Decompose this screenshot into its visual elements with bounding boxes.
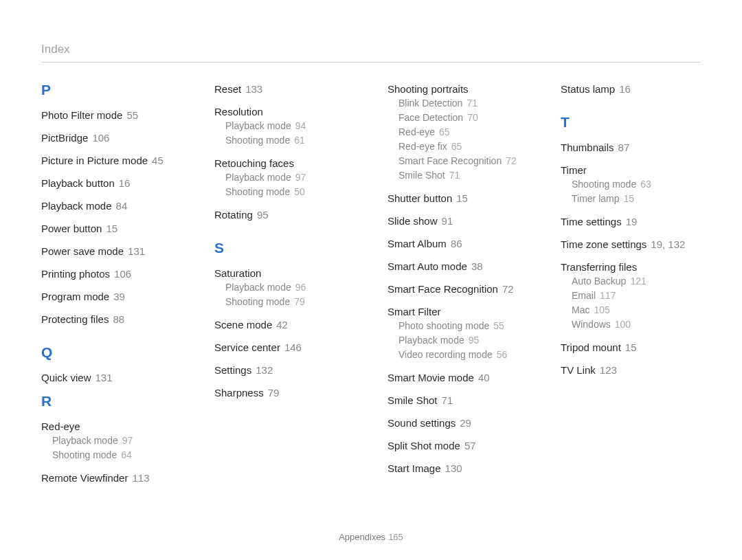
index-sub-entry[interactable]: Mac105	[572, 303, 701, 317]
index-entry[interactable]: Service center146	[214, 340, 355, 355]
sub-label: Shooting mode	[225, 296, 290, 307]
entry-page: 39	[113, 291, 125, 302]
index-sub-entry[interactable]: Face Detection70	[398, 111, 528, 125]
index-entry[interactable]: ResolutionPlayback mode94Shooting mode61	[214, 104, 355, 148]
index-entry[interactable]: Settings132	[214, 363, 355, 377]
index-sub-entry[interactable]: Red-eye65	[398, 125, 528, 139]
index-entry[interactable]: Slide show91	[387, 214, 528, 228]
index-sub-entry[interactable]: Email117	[572, 289, 701, 303]
index-sub-entry[interactable]: Shooting mode64	[52, 448, 181, 462]
index-sub-entry[interactable]: Timer lamp15	[572, 192, 701, 206]
index-entry[interactable]: Playback mode84	[41, 199, 181, 213]
index-entry[interactable]: Smart FilterPhoto shooting mode55Playbac…	[387, 304, 528, 362]
index-sub-entry[interactable]: Smart Face Recognition72	[398, 154, 528, 168]
entry-label: Timer	[561, 164, 587, 176]
entry-page: 57	[464, 440, 476, 451]
sub-label: Email	[572, 290, 596, 301]
index-sub-entry[interactable]: Playback mode94	[225, 119, 355, 133]
entry-page: 131	[95, 372, 113, 383]
sub-label: Shooting mode	[225, 186, 290, 197]
entry-label: Red-eye	[41, 421, 80, 432]
sub-page: 70	[467, 112, 478, 123]
index-entry[interactable]: Smart Album86	[387, 236, 528, 251]
index-entry[interactable]: Retouching facesPlayback mode97Shooting …	[214, 156, 355, 199]
index-entry[interactable]: Reset133	[214, 82, 355, 96]
index-entry[interactable]: Photo Filter mode55	[41, 108, 181, 122]
page-header: Index	[41, 43, 701, 63]
index-entry[interactable]: Status lamp16	[561, 82, 701, 96]
index-entry[interactable]: Time settings19	[561, 214, 701, 229]
index-entry[interactable]: SaturationPlayback mode96Shooting mode79	[214, 266, 355, 309]
index-sub-entry[interactable]: Shooting mode61	[225, 133, 355, 148]
index-entry[interactable]: Scene mode42	[214, 317, 355, 332]
entry-label: Power button	[41, 223, 102, 234]
entry-label: Split Shot mode	[387, 440, 460, 451]
index-entry[interactable]: TV Link123	[561, 363, 701, 377]
index-sub-entry[interactable]: Auto Backup121	[572, 274, 701, 289]
index-entry[interactable]: Time zone settings19, 132	[561, 237, 701, 251]
section-letter: S	[214, 240, 355, 256]
entry-label: Time settings	[561, 216, 622, 227]
entry-label: Playback button	[41, 177, 115, 189]
index-entry[interactable]: Split Shot mode57	[387, 438, 528, 453]
index-entry[interactable]: Remote Viewfinder113	[41, 471, 181, 485]
sub-page: 96	[295, 282, 306, 293]
entry-label: Smart Movie mode	[387, 372, 474, 383]
index-entry[interactable]: Transferring filesAuto Backup121Email117…	[561, 260, 701, 332]
sub-label: Smart Face Recognition	[398, 155, 502, 166]
index-entry[interactable]: PictBridge106	[41, 131, 181, 145]
entry-page: 86	[451, 238, 462, 249]
index-entry[interactable]: Smart Auto mode38	[387, 259, 528, 273]
entry-page: 131	[128, 245, 145, 257]
sub-label: Playback mode	[398, 335, 464, 346]
entry-label: Saturation	[214, 267, 261, 279]
entry-page: 106	[92, 132, 109, 144]
index-entry[interactable]: Power button15	[41, 221, 181, 236]
index-sub-entry[interactable]: Shooting mode63	[572, 177, 701, 192]
entry-label: Rotating	[214, 209, 253, 221]
sub-label: Face Detection	[398, 112, 463, 123]
sub-page: 65	[439, 126, 450, 137]
index-entry[interactable]: Quick view131	[41, 370, 181, 385]
index-sub-entry[interactable]: Video recording mode56	[398, 348, 528, 362]
index-sub-entry[interactable]: Playback mode97	[52, 434, 181, 448]
index-entry[interactable]: Tripod mount15	[561, 340, 701, 355]
index-entry[interactable]: Smile Shot71	[387, 393, 528, 407]
index-entry[interactable]: Printing photos106	[41, 267, 181, 281]
index-sub-entry[interactable]: Shooting mode50	[225, 185, 355, 199]
entry-label: Sound settings	[387, 417, 456, 429]
entry-page: 29	[460, 417, 471, 429]
index-entry[interactable]: Red-eyePlayback mode97Shooting mode64	[41, 419, 181, 462]
sub-page: 64	[121, 449, 132, 460]
sub-page: 72	[506, 155, 517, 166]
index-entry[interactable]: Start Image130	[387, 461, 528, 475]
index-entry[interactable]: Thumbnails87	[561, 140, 701, 155]
index-entry[interactable]: Picture in Picture mode45	[41, 153, 181, 168]
index-entry[interactable]: TimerShooting mode63Timer lamp15	[561, 163, 701, 206]
index-sub-entry[interactable]: Windows100	[572, 317, 701, 332]
index-sub-entry[interactable]: Red-eye fix65	[398, 139, 528, 154]
index-sub-entry[interactable]: Smile Shot71	[398, 168, 528, 183]
index-entry[interactable]: Shutter button15	[387, 191, 528, 205]
index-sub-entry[interactable]: Photo shooting mode55	[398, 319, 528, 333]
index-entry[interactable]: Program mode39	[41, 289, 181, 304]
index-sub-entry[interactable]: Blink Detection71	[398, 96, 528, 111]
index-sub-entry[interactable]: Shooting mode79	[225, 295, 355, 309]
index-entry[interactable]: Playback button16	[41, 176, 181, 190]
index-entry[interactable]: Smart Face Recognition72	[387, 282, 528, 296]
index-sub-entry[interactable]: Playback mode95	[398, 333, 528, 348]
index-entry[interactable]: Smart Movie mode40	[387, 370, 528, 385]
sub-page: 94	[295, 120, 306, 131]
index-sub-entry[interactable]: Playback mode96	[225, 280, 355, 295]
index-entry[interactable]: Rotating95	[214, 208, 355, 222]
index-entry[interactable]: Protecting files88	[41, 312, 181, 326]
index-entry[interactable]: Power save mode131	[41, 244, 181, 258]
sub-page: 105	[594, 304, 609, 315]
index-entry[interactable]: Sharpness79	[214, 385, 355, 400]
entry-page: 87	[618, 142, 630, 153]
entry-page: 132	[256, 364, 273, 376]
index-sub-entry[interactable]: Playback mode97	[225, 170, 355, 185]
section-letter: R	[41, 393, 181, 410]
index-entry[interactable]: Shooting portraitsBlink Detection71Face …	[387, 82, 528, 183]
index-entry[interactable]: Sound settings29	[387, 416, 528, 430]
